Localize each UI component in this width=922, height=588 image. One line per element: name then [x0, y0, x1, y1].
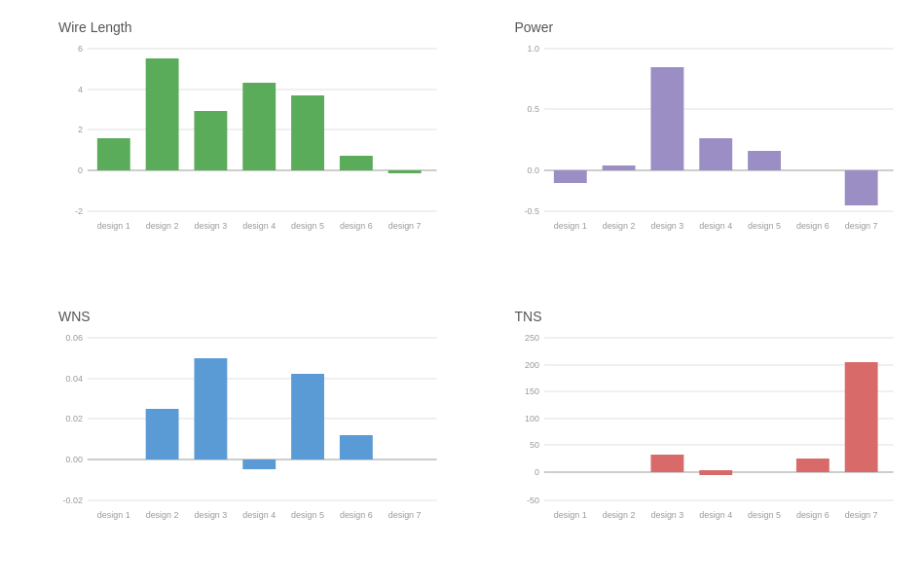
svg-text:design 3: design 3	[650, 510, 683, 520]
svg-text:design 5: design 5	[748, 510, 781, 520]
power-title: Power	[515, 19, 904, 35]
svg-text:0.02: 0.02	[65, 414, 82, 423]
wns-title: WNS	[58, 309, 447, 324]
svg-text:100: 100	[524, 414, 538, 423]
pw-bar-7	[844, 170, 877, 205]
svg-text:design 3: design 3	[194, 510, 227, 520]
wl-bar-4	[242, 83, 276, 170]
wire-length-title: Wire Length	[58, 19, 447, 35]
svg-text:design 7: design 7	[844, 221, 877, 231]
svg-text:design 5: design 5	[291, 221, 324, 231]
svg-text:design 3: design 3	[650, 221, 683, 231]
svg-text:design 2: design 2	[146, 221, 179, 231]
svg-text:-0.02: -0.02	[62, 496, 82, 505]
dashboard: Wire Length 6 4 2 0 -2	[0, 0, 922, 588]
svg-text:design 4: design 4	[242, 510, 276, 520]
tns-title: TNS	[515, 309, 904, 324]
wns-bar-6	[340, 435, 373, 459]
svg-text:design 6: design 6	[795, 221, 829, 231]
svg-text:0.5: 0.5	[527, 104, 538, 114]
svg-text:2: 2	[78, 125, 83, 134]
svg-text:1.0: 1.0	[527, 44, 538, 54]
tns-chart: TNS 250 200 150 100 50 0 -50	[466, 299, 913, 578]
svg-text:design 6: design 6	[795, 510, 829, 520]
svg-text:6: 6	[78, 44, 83, 54]
wl-bar-1	[97, 138, 130, 170]
wns-chart: WNS 0.06 0.04 0.02 0.00 -0.02	[10, 299, 457, 578]
svg-text:0: 0	[78, 165, 83, 175]
tns-bar-4	[699, 470, 732, 475]
svg-text:design 5: design 5	[291, 510, 324, 520]
tns-bar-3	[650, 455, 683, 472]
svg-text:0: 0	[534, 467, 538, 477]
power-area: 1.0 0.5 0.0 -0.5 design 1 design 2	[515, 39, 904, 234]
svg-text:design 1: design 1	[553, 510, 586, 520]
wns-svg: 0.06 0.04 0.02 0.00 -0.02 design 1 desig…	[58, 328, 447, 523]
power-chart: Power 1.0 0.5 0.0 -0.5	[466, 10, 913, 289]
svg-text:design 4: design 4	[699, 510, 732, 520]
pw-bar-2	[602, 165, 635, 170]
svg-text:design 2: design 2	[602, 510, 635, 520]
svg-text:-50: -50	[526, 496, 538, 505]
tns-svg: 250 200 150 100 50 0 -50 design 1 des	[515, 328, 904, 523]
pw-bar-1	[553, 170, 586, 183]
svg-text:50: 50	[529, 440, 538, 450]
svg-text:design 4: design 4	[242, 221, 276, 231]
wl-bar-6	[340, 156, 373, 170]
svg-text:design 2: design 2	[146, 510, 179, 520]
wns-bar-5	[291, 374, 324, 459]
wns-bar-2	[146, 409, 179, 459]
wl-bar-2	[146, 58, 179, 170]
power-svg: 1.0 0.5 0.0 -0.5 design 1 design 2	[515, 39, 904, 234]
svg-text:200: 200	[524, 360, 538, 370]
svg-text:0.04: 0.04	[65, 374, 82, 384]
svg-text:150: 150	[524, 386, 538, 396]
svg-text:design 1: design 1	[553, 221, 586, 231]
svg-text:design 4: design 4	[699, 221, 732, 231]
svg-text:design 1: design 1	[97, 221, 130, 231]
svg-text:design 3: design 3	[194, 221, 227, 231]
svg-text:250: 250	[524, 333, 538, 343]
svg-text:design 6: design 6	[340, 510, 373, 520]
pw-bar-4	[699, 138, 732, 170]
svg-text:-2: -2	[75, 206, 83, 216]
svg-text:design 7: design 7	[388, 510, 422, 520]
wire-length-chart: Wire Length 6 4 2 0 -2	[10, 10, 457, 289]
wl-bar-3	[194, 111, 227, 170]
svg-text:0.0: 0.0	[527, 165, 538, 175]
tns-bar-7	[844, 362, 877, 472]
wns-bar-3	[194, 358, 227, 459]
wire-length-area: 6 4 2 0 -2	[58, 39, 447, 234]
svg-text:design 7: design 7	[844, 510, 877, 520]
svg-text:-0.5: -0.5	[524, 206, 538, 216]
wl-bar-7	[388, 170, 422, 173]
wns-area: 0.06 0.04 0.02 0.00 -0.02 design 1 desig…	[58, 328, 447, 523]
pw-bar-5	[748, 151, 781, 170]
svg-text:0.00: 0.00	[65, 455, 82, 464]
wire-length-svg: 6 4 2 0 -2	[58, 39, 447, 234]
tns-bar-6	[795, 459, 829, 472]
pw-bar-3	[650, 67, 683, 170]
svg-text:design 5: design 5	[748, 221, 781, 231]
wl-bar-5	[291, 95, 324, 170]
svg-text:design 7: design 7	[388, 221, 422, 231]
svg-text:4: 4	[78, 85, 83, 94]
svg-text:design 1: design 1	[97, 510, 130, 520]
svg-text:design 2: design 2	[602, 221, 635, 231]
tns-area: 250 200 150 100 50 0 -50 design 1 des	[515, 328, 904, 523]
svg-text:0.06: 0.06	[65, 333, 82, 343]
svg-text:design 6: design 6	[340, 221, 373, 231]
wns-bar-4	[242, 459, 276, 469]
